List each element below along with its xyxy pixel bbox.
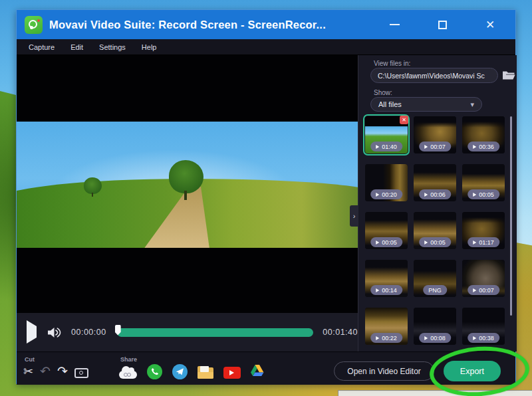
content-area: 00:00:00 00:01:40 › View files in:	[17, 55, 515, 351]
google-drive-icon[interactable]	[251, 365, 264, 379]
play-button[interactable]	[27, 326, 37, 338]
redo-icon[interactable]: ↷	[57, 364, 68, 379]
thumbnail-item[interactable]: 00:36	[462, 116, 505, 153]
open-in-video-editor-button[interactable]: Open in Video Editor	[334, 361, 434, 381]
close-button[interactable]: ✕	[466, 10, 514, 39]
movavi-cloud-icon[interactable]	[119, 371, 137, 379]
duration-text: 01:17	[479, 239, 494, 246]
drive-triangle-icon	[251, 365, 264, 377]
seek-bar[interactable]	[117, 328, 314, 337]
thumbnail-item[interactable]: 00:07	[414, 116, 456, 153]
duration-badge: 00:05	[370, 237, 402, 247]
duration-text: 00:36	[479, 144, 494, 150]
camera-lens-icon	[79, 371, 83, 375]
close-icon: ✕	[485, 19, 495, 31]
sidebar-scrollbar[interactable]	[510, 116, 512, 316]
bottom-toolbar: Cut ✂ ↶ ↷ Share	[17, 351, 515, 385]
open-folder-icon	[502, 70, 515, 81]
view-files-label: View files in:	[374, 60, 410, 67]
volume-button[interactable]	[47, 327, 62, 338]
play-icon	[473, 288, 476, 292]
folder-front	[198, 372, 213, 379]
snapshot-camera-icon[interactable]	[74, 368, 88, 378]
thumbnail-item[interactable]: 00:20	[365, 164, 408, 201]
thumbnail-item[interactable]: 00:08	[414, 308, 456, 345]
play-icon	[376, 145, 379, 149]
thumbnail-item[interactable]: PNG	[414, 260, 456, 297]
duration-text: 00:22	[382, 335, 397, 342]
maximize-button[interactable]	[418, 10, 466, 39]
duration-text: 00:05	[430, 239, 446, 246]
menu-capture[interactable]: Capture	[21, 39, 63, 55]
app-window: Movavi Video Suite: Record Screen - Scre…	[16, 9, 516, 384]
duration-badge: 00:36	[467, 142, 499, 151]
current-time: 00:00:00	[71, 328, 106, 337]
duration-badge: 00:14	[370, 285, 402, 295]
duration-text: 00:08	[430, 335, 446, 342]
remove-thumbnail-button[interactable]: ✕	[400, 116, 408, 124]
folder-path-input[interactable]	[370, 68, 498, 83]
play-icon	[473, 241, 476, 245]
thumbnail-item[interactable]: 00:07	[462, 260, 505, 297]
thumbnail-grid: ✕ 01:40 00:07 00:36 00:20 00:06	[365, 116, 505, 345]
video-tree-large-trunk	[184, 191, 187, 200]
duration-badge: 00:07	[419, 142, 451, 151]
telegram-icon[interactable]	[172, 364, 188, 379]
duration-badge: 00:20	[370, 189, 402, 199]
cut-label: Cut	[25, 356, 88, 363]
video-preview[interactable]	[17, 55, 358, 313]
cut-icons: ✂ ↶ ↷	[23, 364, 88, 379]
speaker-icon	[47, 327, 62, 338]
titlebar[interactable]: Movavi Video Suite: Record Screen - Scre…	[17, 10, 515, 39]
play-icon	[376, 241, 379, 245]
menu-edit[interactable]: Edit	[63, 39, 91, 55]
play-icon	[376, 288, 379, 292]
youtube-icon[interactable]	[223, 367, 241, 379]
play-icon	[424, 145, 428, 149]
share-label: Share	[120, 356, 264, 363]
duration-badge: 00:05	[419, 237, 451, 247]
thumbnail-item[interactable]: 00:05	[365, 212, 408, 249]
duration-badge: 01:40	[370, 142, 402, 151]
duration-badge: 00:38	[467, 333, 499, 343]
thumbnail-item[interactable]: 00:06	[414, 164, 456, 201]
play-icon	[473, 193, 476, 197]
link-icon	[127, 373, 131, 377]
duration-text: 00:05	[382, 239, 397, 246]
duration-badge: 00:08	[419, 333, 451, 343]
file-filter-dropdown[interactable]: All files ▾	[370, 97, 482, 112]
scissors-icon[interactable]: ✂	[23, 364, 33, 379]
sidebar-collapse-button[interactable]: ›	[350, 205, 358, 227]
duration-badge: 00:22	[370, 333, 402, 343]
play-icon	[376, 193, 379, 197]
close-icon: ✕	[402, 117, 406, 123]
play-icon	[229, 370, 234, 375]
browse-folder-button[interactable]	[502, 70, 515, 81]
duration-text: 00:06	[430, 191, 446, 198]
duration-badge: 00:06	[419, 189, 451, 199]
filetype-text: PNG	[428, 287, 442, 294]
thumbnail-item[interactable]: 01:17	[462, 212, 505, 249]
app-logo-icon	[25, 16, 43, 34]
playback-controls: 00:00:00 00:01:40	[17, 313, 358, 351]
video-frame	[17, 122, 358, 248]
chevron-right-icon: ›	[353, 212, 356, 220]
phone-icon	[150, 367, 159, 376]
duration-text: 01:40	[382, 144, 397, 150]
thumbnail-item[interactable]: 00:22	[365, 308, 408, 345]
thumbnail-item[interactable]: 00:05	[414, 212, 456, 249]
filter-value: All files	[378, 100, 402, 108]
menu-help[interactable]: Help	[134, 39, 165, 55]
thumbnail-item-selected[interactable]: ✕ 01:40	[365, 116, 408, 153]
thumbnail-item[interactable]: 00:05	[462, 164, 505, 201]
thumbnail-item[interactable]: 00:14	[365, 260, 408, 297]
undo-icon[interactable]: ↶	[40, 364, 51, 379]
thumbnail-item[interactable]: 00:38	[462, 308, 505, 345]
export-button[interactable]: Export	[444, 361, 501, 381]
menu-settings[interactable]: Settings	[91, 39, 134, 55]
duration-text: 00:20	[382, 191, 397, 198]
video-tree-small	[84, 177, 102, 194]
whatsapp-icon[interactable]	[147, 364, 162, 379]
minimize-button[interactable]	[370, 10, 418, 39]
save-to-folder-icon[interactable]	[198, 366, 213, 379]
